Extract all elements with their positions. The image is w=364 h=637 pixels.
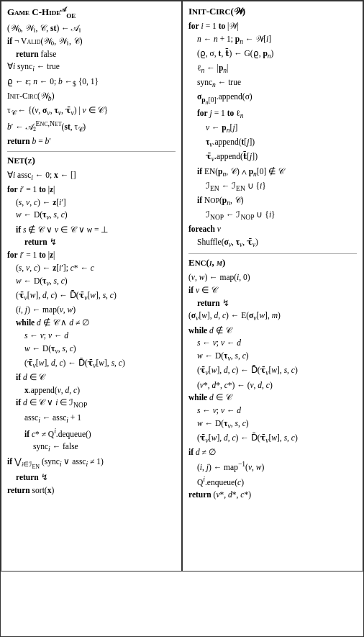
enc-title: ENC(i, m) [188, 257, 357, 268]
top-left-title: Game C-Hide𝒜OE [7, 6, 176, 19]
main-container: Game C-Hide𝒜OE (𝒲₀, 𝒲₁, 𝒞, st) ← 𝒜₁ if ¬… [0, 0, 364, 637]
top-right-code: for i = 1 to |𝒲| n ← n + 1; pn ← 𝒲[i] (ϱ… [188, 20, 357, 250]
panel-top-right: INIT-CIRC(𝒲) for i = 1 to |𝒲| n ← n + 1;… [182, 1, 363, 572]
divider-1 [7, 151, 176, 152]
panel-top-left: Game C-Hide𝒜OE (𝒲₀, 𝒲₁, 𝒞, st) ← 𝒜₁ if ¬… [1, 1, 182, 572]
bottom-left-code: ∀i assci ← 0; x ← [] for i′ = 1 to |z| (… [7, 169, 176, 497]
top-right-title: INIT-CIRC(𝒲) [188, 6, 357, 17]
bottom-left-title: NET(z) [7, 155, 176, 166]
divider-2 [188, 253, 357, 254]
enc-code: (v, w) ← map(i, 0) if v ∈ 𝒞 return ↯ (σv… [188, 271, 357, 502]
top-left-code: (𝒲₀, 𝒲₁, 𝒞, st) ← 𝒜₁ if ¬ Valid(𝒲₀, 𝒲₁, … [7, 22, 176, 148]
